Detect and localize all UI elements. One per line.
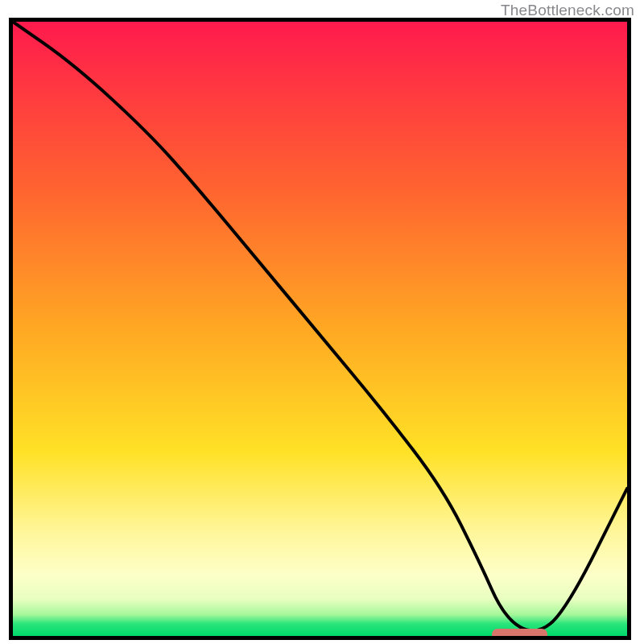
optimal-range-marker [492, 629, 547, 640]
bottleneck-curve [13, 22, 627, 636]
watermark-text: TheBottleneck.com [501, 2, 634, 19]
chart-plot-area [9, 18, 631, 640]
curve-line [13, 22, 627, 630]
